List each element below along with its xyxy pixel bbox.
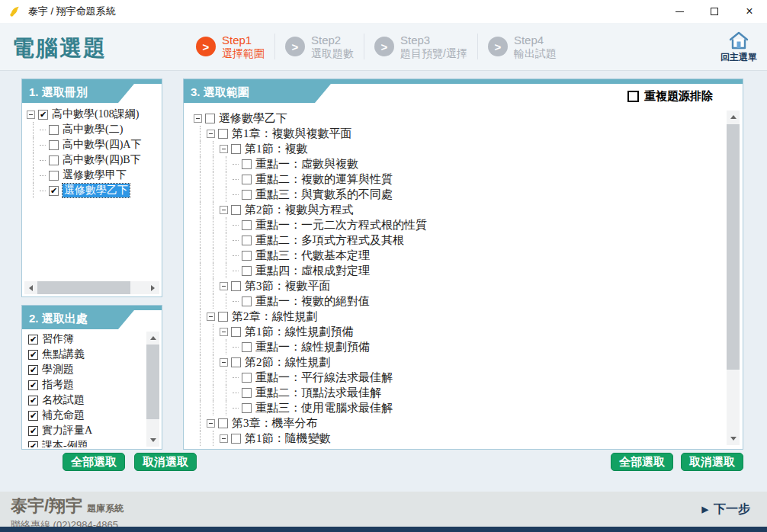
tree-checkbox[interactable] <box>231 357 241 367</box>
tree-checkbox[interactable] <box>242 403 252 413</box>
scroll-up-button[interactable] <box>146 332 159 345</box>
scope-label[interactable]: 重點四：虛根成對定理 <box>255 264 370 278</box>
home-button[interactable]: 回主選單 <box>717 30 761 64</box>
tree-checkbox[interactable] <box>242 175 252 184</box>
source-checkbox[interactable] <box>28 380 38 390</box>
tree-checkbox[interactable] <box>218 129 228 139</box>
tree-checkbox[interactable] <box>218 312 228 322</box>
source-label[interactable]: 課本-例題 <box>42 439 88 447</box>
collapse-toggle-icon[interactable] <box>220 206 228 214</box>
select-all-button-right[interactable]: 全部選取 <box>611 453 673 471</box>
source-checkbox[interactable] <box>28 426 38 436</box>
tree-checkbox[interactable] <box>49 140 59 150</box>
source-label[interactable]: 焦點講義 <box>42 348 85 361</box>
tree-checkbox[interactable] <box>218 418 228 428</box>
scope-label[interactable]: 重點二：頂點法求最佳解 <box>255 386 381 400</box>
source-label[interactable]: 補充命題 <box>42 409 85 422</box>
deselect-button-right[interactable]: 取消選取 <box>681 453 743 471</box>
scope-label[interactable]: 第3節：複數平面 <box>245 279 331 293</box>
horizontal-scrollbar[interactable] <box>24 281 159 294</box>
tree-checkbox[interactable] <box>205 114 215 123</box>
volume-label[interactable]: 選修數學乙下 <box>63 184 130 197</box>
tree-checkbox[interactable] <box>231 144 241 154</box>
tree-checkbox[interactable] <box>242 251 252 261</box>
tree-checkbox[interactable] <box>242 296 252 306</box>
scope-label[interactable]: 第2章：線性規劃 <box>232 309 318 324</box>
scope-label[interactable]: 重點二：多項式方程式及其根 <box>255 233 404 248</box>
tree-checkbox[interactable] <box>49 186 59 196</box>
dedupe-sources-option[interactable]: 重複題源排除 <box>625 88 715 105</box>
volume-label[interactable]: 高中數學(四)B下 <box>63 153 141 167</box>
tree-checkbox[interactable] <box>49 155 59 165</box>
source-checkbox[interactable] <box>28 350 38 360</box>
step-4[interactable]: >Step4輸出試題 <box>478 34 566 59</box>
tree-checkbox[interactable] <box>242 342 252 352</box>
tree-checkbox[interactable] <box>38 110 48 120</box>
scope-label[interactable]: 重點一：複數的絕對值 <box>255 294 370 309</box>
dedupe-checkbox[interactable] <box>627 91 639 102</box>
deselect-button-left[interactable]: 取消選取 <box>134 453 197 471</box>
scope-label[interactable]: 第1節：線性規劃預備 <box>245 325 354 339</box>
source-label[interactable]: 名校試題 <box>42 393 85 407</box>
tree-checkbox[interactable] <box>49 125 59 135</box>
scroll-left-button[interactable] <box>24 281 37 294</box>
scope-label[interactable]: 第1章：複數與複數平面 <box>232 127 352 141</box>
scroll-up-button[interactable] <box>727 111 740 123</box>
scope-label[interactable]: 重點三：代數基本定理 <box>255 248 370 263</box>
scope-label[interactable]: 第3章：機率分布 <box>232 416 318 431</box>
collapse-toggle-icon[interactable] <box>220 282 228 290</box>
collapse-toggle-icon[interactable] <box>220 358 228 367</box>
vertical-scrollbar[interactable] <box>146 332 159 447</box>
collapse-toggle-icon[interactable] <box>207 130 215 138</box>
source-label[interactable]: 指考題 <box>42 378 74 392</box>
source-checkbox[interactable] <box>28 335 38 345</box>
next-step-button[interactable]: ▶ 下一步 <box>702 502 750 518</box>
scope-label[interactable]: 第1節：隨機變數 <box>245 431 331 446</box>
scroll-right-button[interactable] <box>146 281 159 294</box>
step-2[interactable]: >Step2選取題數 <box>275 34 364 59</box>
volume-label[interactable]: 高中數學(二) <box>63 123 123 136</box>
source-label[interactable]: 學測題 <box>42 363 74 377</box>
tree-checkbox[interactable] <box>49 171 59 181</box>
scrollbar-thumb[interactable] <box>727 124 740 370</box>
source-label[interactable]: 習作簿 <box>42 332 74 346</box>
collapse-toggle-icon[interactable] <box>220 145 228 153</box>
scope-label[interactable]: 重點一：虛數與複數 <box>255 157 358 171</box>
source-checkbox[interactable] <box>28 396 38 405</box>
source-checkbox[interactable] <box>28 441 38 448</box>
maximize-button[interactable] <box>697 0 732 23</box>
collapse-toggle-icon[interactable] <box>220 434 228 443</box>
scrollbar-thumb[interactable] <box>37 281 130 294</box>
scope-label[interactable]: 重點一：線性規劃預備 <box>255 340 370 354</box>
step-1[interactable]: >Step1選擇範圍 <box>186 34 274 59</box>
source-checkbox[interactable] <box>28 411 38 421</box>
scrollbar-thumb[interactable] <box>146 345 159 419</box>
tree-checkbox[interactable] <box>242 159 252 169</box>
scroll-down-button[interactable] <box>727 432 740 445</box>
scope-label[interactable]: 第1節：複數 <box>245 142 308 156</box>
vertical-scrollbar[interactable] <box>727 111 740 445</box>
scope-label[interactable]: 重點一：一元二次方程式根的性質 <box>255 218 427 232</box>
select-all-button-left[interactable]: 全部選取 <box>63 453 125 471</box>
collapse-toggle-icon[interactable] <box>207 419 215 428</box>
tree-checkbox[interactable] <box>242 220 252 230</box>
scope-label[interactable]: 第2節：線性規劃 <box>245 355 331 370</box>
tree-checkbox[interactable] <box>242 190 252 200</box>
volume-label[interactable]: 高中數學(四)A下 <box>63 138 141 152</box>
scope-label[interactable]: 重點三：使用電腦求最佳解 <box>255 401 393 415</box>
source-checkbox[interactable] <box>28 365 38 375</box>
scope-label[interactable]: 重點一：平行線法求最佳解 <box>255 370 393 385</box>
tree-checkbox[interactable] <box>231 281 241 291</box>
step-3[interactable]: >Step3題目預覽/選擇 <box>364 34 477 59</box>
tree-checkbox[interactable] <box>231 434 241 444</box>
source-label[interactable]: 實力評量A <box>42 424 92 437</box>
tree-checkbox[interactable] <box>242 373 252 383</box>
tree-checkbox[interactable] <box>231 205 241 215</box>
scope-label[interactable]: 重點二：複數的運算與性質 <box>255 172 393 187</box>
collapse-toggle-icon[interactable] <box>207 312 215 321</box>
collapse-toggle-icon[interactable] <box>194 114 202 123</box>
tree-checkbox[interactable] <box>231 327 241 337</box>
tree-checkbox[interactable] <box>242 266 252 276</box>
scroll-down-button[interactable] <box>146 434 159 447</box>
tree-checkbox[interactable] <box>242 236 252 245</box>
